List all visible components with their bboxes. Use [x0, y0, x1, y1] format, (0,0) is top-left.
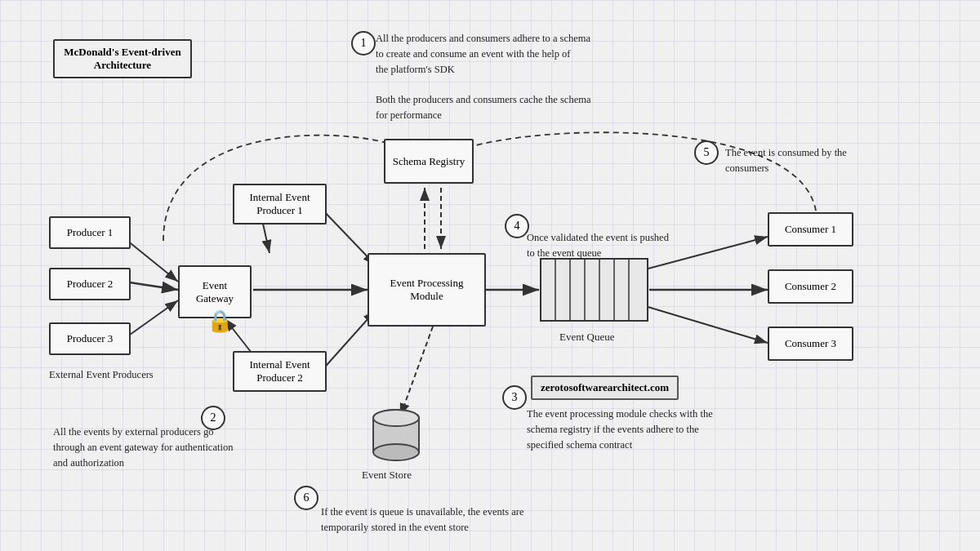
annotation-2: All the events by external producers go …: [53, 424, 290, 470]
annotation-3: The event processing module checks with …: [527, 407, 845, 452]
producer1-box: Producer 1: [49, 216, 131, 249]
producer2-box: Producer 2: [49, 268, 131, 300]
svg-line-4: [124, 282, 178, 290]
schema-registry-box: Schema Registry: [384, 139, 474, 184]
lock-icon: 🔒: [207, 309, 233, 334]
external-producers-label: External Event Producers: [49, 367, 155, 383]
internal-producer2-box: Internal Event Producer 2: [233, 351, 327, 392]
circle-6: 6: [294, 486, 318, 510]
producer3-box: Producer 3: [49, 322, 131, 355]
circle-1: 1: [351, 31, 376, 56]
consumer1-box: Consumer 1: [768, 212, 853, 247]
svg-point-27: [373, 444, 419, 460]
circle-5: 5: [694, 140, 719, 165]
internal-producer1-box: Internal Event Producer 1: [233, 184, 327, 224]
svg-point-28: [373, 410, 419, 426]
circle-3: 3: [502, 385, 527, 410]
annotation-4: Once validated the event is pushed to th…: [527, 230, 755, 261]
diagram: McDonald's Event-driven Architecture Pro…: [0, 0, 980, 551]
circle-4: 4: [505, 214, 529, 238]
event-store-svg: [372, 408, 421, 461]
website-badge: zerotosoftwarearchitect.com: [531, 375, 679, 400]
event-queue-svg: [539, 257, 649, 322]
consumer3-box: Consumer 3: [768, 327, 853, 361]
annotation-1: All the producers and consumers adhere t…: [376, 31, 735, 123]
title-box: McDonald's Event-driven Architecture: [53, 39, 192, 78]
annotation-5: The event is consumed by the consumers: [725, 145, 954, 176]
svg-line-5: [124, 300, 178, 339]
svg-rect-18: [541, 259, 648, 321]
event-processing-box: Event Processing Module: [368, 253, 486, 327]
event-store-label: Event Store: [362, 467, 412, 483]
svg-line-17: [645, 306, 768, 343]
svg-line-14: [400, 327, 433, 416]
annotation-6: If the event is queue is unavailable, th…: [321, 504, 664, 535]
consumer2-box: Consumer 2: [768, 269, 853, 304]
event-queue-label: Event Queue: [559, 329, 615, 345]
svg-line-3: [122, 237, 178, 282]
